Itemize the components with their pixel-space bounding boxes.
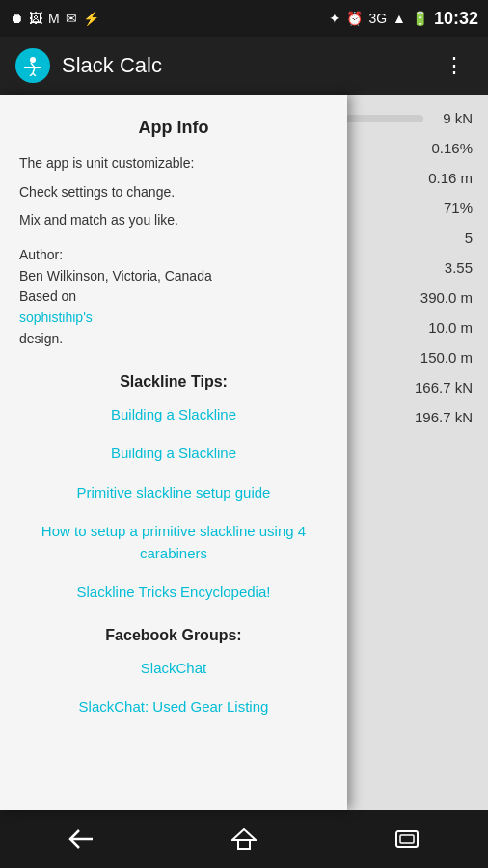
svg-line-5 — [33, 73, 36, 76]
bg-value-9: 166.7 kN — [415, 379, 473, 395]
fb-link-1[interactable]: SlackChat: Used Gear Listing — [79, 698, 269, 715]
signal-icon: 3G — [368, 11, 387, 26]
app-icon — [15, 48, 50, 83]
bluetooth-icon: ✦ — [329, 11, 340, 26]
time-display: 10:32 — [434, 9, 478, 29]
author-block: Author: Ben Wilkinson, Victoria, Canada … — [19, 245, 328, 349]
based-on-suffix: design. — [19, 329, 328, 350]
record-icon: ⏺ — [10, 11, 23, 26]
alarm-icon: ⏰ — [346, 11, 363, 26]
bg-value-8: 150.0 m — [420, 349, 473, 366]
link-row-4: Slackline Tricks Encyclopedia! — [19, 582, 328, 604]
tips-link-3[interactable]: How to setup a primitive slackline using… — [41, 523, 306, 561]
bolt-icon: ⚡ — [83, 11, 99, 26]
gmail-icon: M — [48, 11, 60, 26]
link-row-0: Building a Slackline — [19, 404, 328, 426]
app-info-dialog: App Info The app is unit customizable: C… — [0, 95, 347, 810]
bg-value-7: 10.0 m — [428, 319, 473, 336]
based-on-text: Based on sophistihip's design. — [19, 286, 328, 349]
link-row-1: Building a Slackline — [19, 443, 328, 465]
back-button[interactable] — [52, 820, 110, 858]
sophistihip-link[interactable]: sophistihip's — [19, 310, 93, 325]
bg-value-3: 71% — [444, 200, 473, 216]
author-label: Author: — [19, 245, 328, 266]
recents-button[interactable] — [378, 820, 436, 858]
fb-link-0[interactable]: SlackChat — [141, 660, 206, 676]
svg-marker-7 — [232, 829, 256, 840]
toolbar-title: Slack Calc — [62, 53, 424, 78]
tips-link-2[interactable]: Primitive slackline setup guide — [77, 484, 271, 501]
sms-icon: ✉ — [66, 11, 77, 26]
home-button[interactable] — [215, 820, 273, 858]
dialog-body-line3: Mix and match as you like. — [19, 210, 328, 231]
dialog-title: App Info — [19, 118, 328, 138]
bg-value-10: 196.7 kN — [415, 409, 473, 425]
image-icon: 🖼 — [29, 11, 42, 26]
fb-link-row-1: SlackChat: Used Gear Listing — [19, 696, 328, 719]
svg-point-0 — [30, 57, 36, 63]
wifi-icon: ▲ — [393, 11, 406, 26]
nav-bar — [0, 810, 488, 868]
author-name: Ben Wilkinson, Victoria, Canada — [19, 266, 328, 287]
tips-section-title: Slackline Tips: — [19, 373, 328, 391]
tips-link-1[interactable]: Building a Slackline — [111, 445, 236, 461]
app-toolbar: Slack Calc ⋮ — [0, 37, 488, 95]
link-row-3: How to setup a primitive slackline using… — [19, 521, 328, 564]
svg-rect-8 — [238, 840, 250, 849]
bg-value-5: 3.55 — [445, 259, 473, 276]
svg-rect-10 — [400, 835, 414, 843]
bg-value-4: 5 — [465, 230, 473, 246]
based-on-prefix: Based on — [19, 286, 328, 308]
bg-value-1: 0.16% — [431, 140, 473, 156]
bg-value-2: 0.16 m — [428, 170, 473, 186]
overflow-menu-button[interactable]: ⋮ — [436, 45, 473, 86]
svg-line-4 — [30, 73, 33, 76]
battery-icon: 🔋 — [412, 11, 428, 26]
bg-value-0: 9 kN — [443, 110, 473, 126]
bg-value-6: 390.0 m — [420, 289, 473, 306]
tips-link-4[interactable]: Slackline Tricks Encyclopedia! — [77, 583, 271, 600]
status-bar: ⏺ 🖼 M ✉ ⚡ ✦ ⏰ 3G ▲ 🔋 10:32 — [0, 0, 488, 37]
dialog-body-line2: Check settings to change. — [19, 182, 328, 203]
link-row-2: Primitive slackline setup guide — [19, 482, 328, 504]
facebook-section-title: Facebook Groups: — [19, 627, 328, 644]
dialog-body-line1: The app is unit customizable: — [19, 153, 328, 175]
status-bar-right: ✦ ⏰ 3G ▲ 🔋 10:32 — [329, 9, 478, 29]
tips-link-0[interactable]: Building a Slackline — [111, 406, 236, 422]
status-bar-left: ⏺ 🖼 M ✉ ⚡ — [10, 11, 99, 26]
fb-link-row-0: SlackChat — [19, 658, 328, 680]
